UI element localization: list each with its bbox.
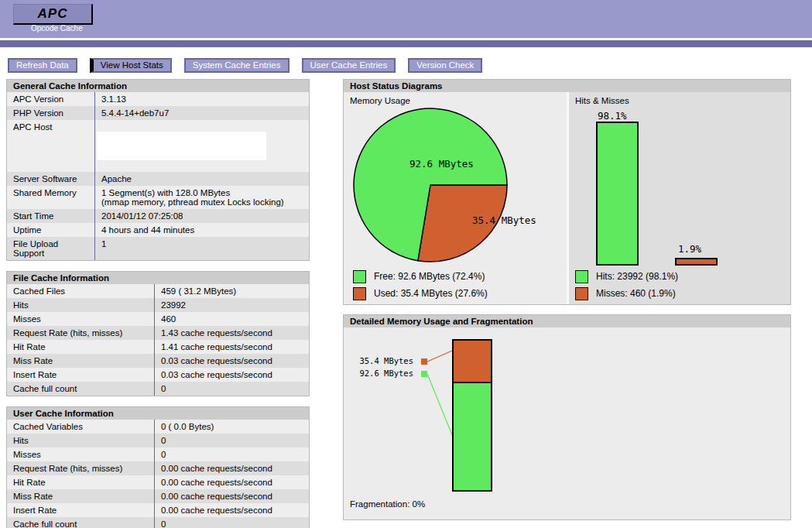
apc-logo-text: APC [38, 6, 68, 22]
row-value: 1 Segment(s) with 128.0 MBytes (mmap mem… [95, 186, 310, 209]
row-value: 4 hours and 44 minutes [95, 223, 310, 237]
row-value: 0 [155, 434, 310, 447]
detail-used-swatch [421, 358, 427, 365]
row-value: 0 [155, 382, 310, 396]
row-value: 0.00 cache requests/second [155, 475, 310, 489]
legend-row-hits: Hits: 23992 (98.1%) [575, 270, 678, 283]
row-value: Apache [95, 172, 310, 186]
row-label: Misses [7, 312, 155, 326]
file-cache-title: File Cache Information [7, 272, 309, 284]
detail-free-label: 92.6 MBytes [351, 369, 413, 378]
legend-row-used: Used: 35.4 MBytes (27.6%) [353, 287, 488, 300]
hits-color-swatch [575, 270, 588, 283]
table-row: Cached Variables 0 ( 0.0 Bytes) [7, 420, 309, 434]
row-value: 0 ( 0.0 Bytes) [155, 420, 310, 434]
hits-pct-label: 98.1% [598, 110, 627, 122]
row-label: Cached Variables [7, 420, 155, 434]
row-label: Server Software [7, 172, 95, 186]
row-label: Insert Rate [7, 503, 155, 517]
legend-hits-text: Hits: 23992 (98.1%) [596, 271, 678, 282]
row-value: 0.00 cache requests/second [155, 461, 310, 475]
host-status-panel: Host Status Diagrams Memory Usage 92.6 M… [343, 79, 791, 305]
row-label: Cache full count [7, 517, 155, 528]
used-callout-line [427, 351, 452, 362]
misses-bar [675, 258, 718, 266]
memory-stacked-bar [452, 339, 492, 492]
user-cache-table: Cached Variables 0 ( 0.0 Bytes) Hits 0 M… [7, 420, 309, 528]
detailed-memory-panel: Detailed Memory Usage and Fragmentation … [343, 314, 791, 520]
row-label: Request Rate (hits, misses) [7, 326, 155, 340]
row-label: Shared Memory [7, 186, 95, 209]
row-label: Hit Rate [7, 340, 155, 354]
row-label: Cached Files [7, 284, 155, 298]
table-row: Request Rate (hits, misses) 1.43 cache r… [7, 326, 309, 340]
general-cache-title: General Cache Information [7, 80, 309, 92]
logo-subtitle: Opcode Cache [31, 24, 83, 33]
misses-color-swatch [575, 287, 588, 300]
table-row: Hits 23992 [7, 298, 309, 312]
user-cache-title: User Cache Information [7, 407, 309, 420]
table-row: Shared Memory 1 Segment(s) with 128.0 MB… [7, 186, 309, 209]
row-value: 0.00 cache requests/second [155, 503, 310, 517]
row-label: Hit Rate [7, 475, 155, 489]
pie-free-value-label: 92.6 MBytes [409, 158, 474, 170]
row-value: 0.03 cache requests/second [155, 354, 310, 368]
row-value: 2014/01/12 07:25:08 [95, 209, 310, 223]
header-divider-band [0, 40, 812, 47]
row-label: Start Time [7, 209, 95, 223]
user-cache-panel: User Cache Information Cached Variables … [6, 406, 310, 528]
nav-refresh-data[interactable]: Refresh Data [8, 58, 77, 73]
table-row: PHP Version 5.4.4-14+deb7u7 [7, 106, 309, 120]
free-segment [454, 383, 491, 490]
hits-bar [596, 122, 639, 266]
row-value: 460 [155, 312, 310, 326]
file-cache-table: Cached Files 459 ( 31.2 MBytes) Hits 239… [7, 284, 309, 396]
row-label: Uptime [7, 223, 95, 237]
legend-misses-text: Misses: 460 (1.9%) [596, 288, 676, 299]
nav-system-cache-entries[interactable]: System Cache Entries [184, 58, 290, 73]
table-row: Uptime 4 hours and 44 minutes [7, 223, 309, 237]
nav-version-check[interactable]: Version Check [408, 58, 482, 73]
diagrams-column: Host Status Diagrams Memory Usage 92.6 M… [343, 79, 791, 520]
legend-row-free: Free: 92.6 MBytes (72.4%) [353, 270, 488, 283]
row-label: APC Host [7, 120, 95, 172]
nav-user-cache-entries[interactable]: User Cache Entries [302, 58, 396, 73]
table-row: Server Software Apache [7, 172, 309, 186]
apc-logo: APC [13, 4, 93, 25]
host-status-title: Host Status Diagrams [344, 80, 790, 92]
memory-legend: Free: 92.6 MBytes (72.4%) Used: 35.4 MBy… [353, 270, 488, 300]
hits-misses-label: Hits & Misses [575, 96, 629, 105]
nav-view-host-stats[interactable]: View Host Stats [90, 58, 172, 73]
row-value [95, 120, 310, 172]
table-row: Cache full count 0 [7, 517, 309, 528]
row-label: Hits [7, 434, 155, 447]
table-row: Hit Rate 1.41 cache requests/second [7, 340, 309, 354]
used-color-swatch [353, 287, 366, 300]
hits-misses-cell: Hits & Misses 98.1% 1.9% Hits: 23992 (98… [569, 92, 790, 304]
table-row: Cache full count 0 [7, 382, 309, 396]
row-label: Insert Rate [7, 368, 155, 382]
legend-used-text: Used: 35.4 MBytes (27.6%) [374, 288, 488, 299]
table-row: Misses 0 [7, 447, 309, 461]
table-row: Misses 460 [7, 312, 309, 326]
table-row: Miss Rate 0.03 cache requests/second [7, 354, 309, 368]
legend-free-text: Free: 92.6 MBytes (72.4%) [374, 271, 485, 282]
misses-pct-label: 1.9% [678, 243, 701, 255]
detail-used-label: 35.4 MBytes [351, 356, 413, 365]
general-cache-table: APC Version 3.1.13 PHP Version 5.4.4-14+… [7, 92, 309, 260]
redacted-host-box [97, 132, 266, 160]
row-label: Miss Rate [7, 354, 155, 368]
pie-used-value-label: 35.4 MBytes [472, 214, 536, 226]
row-label: PHP Version [7, 106, 95, 120]
free-callout-line [427, 374, 453, 437]
row-label: Misses [7, 447, 155, 461]
row-value: 5.4.4-14+deb7u7 [95, 106, 310, 120]
table-row: Request Rate (hits, misses) 0.00 cache r… [7, 461, 309, 475]
table-row: Start Time 2014/01/12 07:25:08 [7, 209, 309, 223]
memory-usage-pie-chart [352, 107, 509, 263]
used-segment [454, 341, 491, 383]
fragmentation-text: Fragmentation: 0% [350, 499, 425, 509]
row-label: Miss Rate [7, 489, 155, 503]
table-row: Cached Files 459 ( 31.2 MBytes) [7, 284, 309, 298]
legend-row-misses: Misses: 460 (1.9%) [575, 287, 678, 300]
